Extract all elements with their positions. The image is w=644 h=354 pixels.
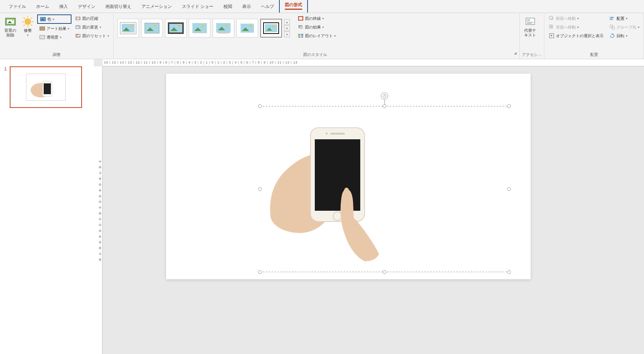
resize-handle-bl[interactable]: [258, 270, 262, 274]
resize-handle-br[interactable]: [507, 270, 511, 274]
svg-point-43: [217, 32, 230, 34]
chevron-down-icon: ▾: [577, 17, 579, 20]
slide-thumbnail-1[interactable]: [10, 66, 82, 108]
svg-line-9: [23, 17, 25, 19]
picture-selection[interactable]: [260, 106, 509, 272]
picture-layout-button[interactable]: 図のレイアウト ▾: [296, 32, 338, 40]
svg-line-11: [31, 17, 32, 19]
tab-picture-format[interactable]: 図の形式: [279, 0, 308, 13]
chevron-down-icon: ▾: [68, 27, 69, 30]
svg-rect-56: [301, 34, 303, 36]
corrections-icon: [22, 16, 34, 27]
send-backward-label: 背面へ移動: [556, 25, 576, 30]
tab-file[interactable]: ファイル: [4, 1, 31, 13]
slide-canvas-area[interactable]: 16｜15｜14｜13｜12｜11｜10｜9｜8｜7｜6｜5｜4｜3｜2｜1｜0…: [94, 59, 644, 354]
style-item-5[interactable]: [213, 19, 234, 38]
color-button[interactable]: 色 ▾: [37, 14, 71, 24]
group-adjust: 背景の 削除 修整 ▾ 色 ▾ アート効果 ▾: [0, 13, 114, 59]
svg-rect-71: [611, 19, 613, 20]
tab-design[interactable]: デザイン: [73, 1, 100, 13]
tab-insert[interactable]: 挿入: [54, 1, 73, 13]
alt-text-icon: [525, 16, 536, 27]
svg-point-46: [249, 25, 252, 27]
tab-animations[interactable]: アニメーション: [136, 1, 177, 13]
artistic-effects-button[interactable]: アート効果 ▾: [37, 25, 71, 32]
change-label: 図の変更: [82, 25, 98, 30]
tab-transitions[interactable]: 画面切り替え: [100, 1, 136, 13]
style-item-7[interactable]: [260, 19, 282, 38]
remove-background-button[interactable]: 背景の 削除: [2, 14, 18, 39]
gallery-up-button[interactable]: ▴: [284, 19, 290, 25]
group-access-label: アクセシ…: [522, 51, 542, 58]
border-icon: [298, 16, 304, 21]
resize-handle-ml[interactable]: [258, 187, 262, 191]
reset-picture-button[interactable]: 図のリセット ▾: [73, 32, 111, 40]
corrections-button[interactable]: 修整 ▾: [20, 14, 36, 38]
tab-slideshow[interactable]: スライド ショー: [177, 1, 218, 13]
chevron-down-icon: ▾: [638, 26, 639, 29]
gallery-down-button[interactable]: ▾: [284, 25, 290, 31]
tab-review[interactable]: 校閲: [218, 1, 237, 13]
picture-effects-button[interactable]: 図の効果 ▾: [296, 23, 338, 31]
resize-handle-mr[interactable]: [507, 187, 511, 191]
alt-text-button[interactable]: 代替テ キスト: [522, 14, 538, 39]
alt-text-label: 代替テ キスト: [524, 28, 536, 38]
slide[interactable]: [166, 74, 531, 279]
tab-home[interactable]: ホーム: [31, 1, 54, 13]
compress-icon: [75, 16, 81, 21]
change-picture-button[interactable]: 図の変更 ▾: [73, 23, 111, 31]
rotate-handle[interactable]: [381, 92, 388, 100]
style-item-2[interactable]: [141, 19, 163, 38]
chevron-down-icon: ▾: [626, 34, 627, 38]
gallery-more-button[interactable]: ▾: [284, 31, 290, 37]
chevron-down-icon: ▾: [322, 26, 324, 29]
transparency-button[interactable]: 透明度 ▾: [37, 33, 71, 41]
style-item-1[interactable]: [117, 19, 139, 38]
group-picture-styles: ▴ ▾ ▾ 図の枠線 ▾ 図の効果 ▾ 図のレイアウト: [114, 13, 520, 59]
svg-rect-26: [122, 24, 135, 32]
effects-icon: [298, 24, 304, 30]
svg-point-35: [178, 25, 180, 27]
tab-help[interactable]: ヘルプ: [256, 1, 279, 13]
svg-rect-55: [298, 34, 300, 36]
chevron-down-icon: ▾: [100, 26, 101, 29]
slide-image: [264, 117, 386, 261]
rotate-button[interactable]: 回転 ▾: [607, 32, 641, 40]
rotate-label: 回転: [617, 33, 625, 39]
svg-point-28: [130, 25, 132, 27]
svg-rect-66: [550, 26, 553, 29]
chevron-down-icon: ▾: [108, 34, 109, 38]
resize-handle-tr[interactable]: [507, 104, 511, 108]
tab-view[interactable]: 表示: [237, 1, 256, 13]
group-accessibility: 代替テ キスト アクセシ…: [520, 13, 544, 59]
align-button[interactable]: 配置 ▾: [607, 14, 641, 22]
resize-handle-bm[interactable]: [383, 270, 386, 274]
chevron-down-icon: ▾: [626, 17, 627, 20]
style-item-6[interactable]: [236, 19, 258, 38]
send-backward-button[interactable]: 背面へ移動 ▾: [547, 23, 606, 31]
resize-handle-tl[interactable]: [258, 104, 262, 108]
selection-pane-button[interactable]: オブジェクトの選択と表示: [547, 32, 606, 40]
svg-marker-68: [551, 35, 553, 38]
group-adjust-label: 調整: [2, 51, 111, 58]
align-icon: [609, 16, 615, 21]
svg-rect-72: [610, 25, 613, 27]
chevron-down-icon: ▾: [27, 34, 29, 37]
svg-rect-64: [549, 16, 552, 19]
bring-forward-button[interactable]: 前面へ移動 ▾: [547, 14, 606, 22]
ribbon-tabs: ファイル ホーム 挿入 デザイン 画面切り替え アニメーション スライド ショー…: [0, 0, 644, 13]
style-item-3[interactable]: [165, 19, 187, 38]
styles-launcher[interactable]: ◢: [514, 51, 517, 58]
picture-border-button[interactable]: 図の枠線 ▾: [296, 14, 338, 22]
style-item-4[interactable]: [189, 19, 210, 38]
rotate-handle-icon: [382, 94, 387, 98]
group-button[interactable]: グループ化 ▾: [607, 23, 641, 31]
ribbon: 背景の 削除 修整 ▾ 色 ▾ アート効果 ▾: [0, 13, 644, 59]
change-icon: [75, 24, 81, 30]
svg-point-38: [202, 25, 204, 27]
compress-label: 図の圧縮: [82, 16, 98, 21]
svg-rect-44: [240, 23, 254, 33]
resize-handle-tm[interactable]: [383, 104, 386, 108]
compress-pictures-button[interactable]: 図の圧縮: [73, 14, 111, 22]
color-label: 色: [47, 17, 51, 22]
